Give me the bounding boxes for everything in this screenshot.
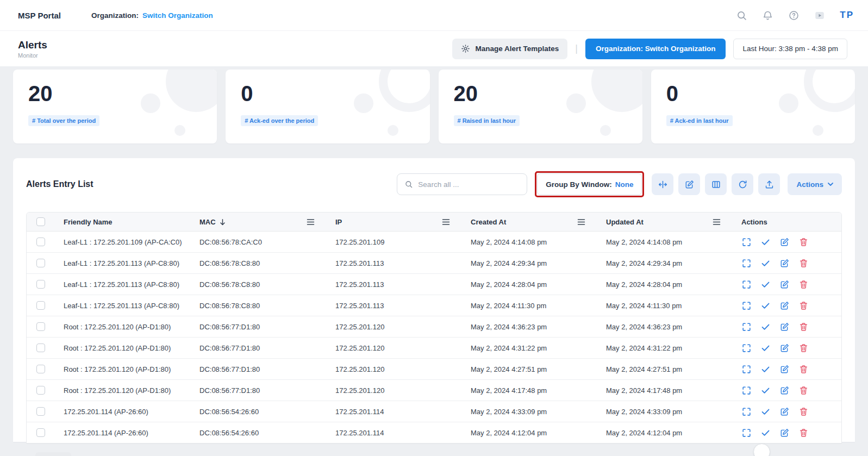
switch-organization-link[interactable]: Switch Organization	[142, 11, 213, 20]
acknowledge-alert-button[interactable]	[760, 301, 771, 311]
edit-alert-button[interactable]	[779, 237, 790, 247]
select-all-checkbox[interactable]	[36, 217, 45, 226]
row-checkbox[interactable]	[36, 301, 45, 310]
row-checkbox[interactable]	[36, 365, 45, 373]
edit-icon	[779, 407, 790, 417]
column-header-mac[interactable]: MAC	[191, 218, 327, 226]
column-menu-icon[interactable]	[577, 218, 585, 226]
row-checkbox[interactable]	[36, 407, 45, 416]
edit-icon	[779, 428, 790, 438]
expand-alert-button[interactable]	[741, 279, 752, 290]
expand-alert-button[interactable]	[741, 407, 752, 417]
delete-alert-button[interactable]	[798, 322, 809, 332]
avatar[interactable]: TP	[840, 10, 854, 21]
acknowledge-alert-button[interactable]	[760, 343, 771, 353]
help-icon[interactable]	[788, 9, 800, 21]
acknowledge-alert-button[interactable]	[760, 258, 771, 268]
cell-mac: DC:08:56:54:26:60	[191, 408, 327, 416]
expand-alert-button[interactable]	[741, 428, 752, 438]
edit-list-button[interactable]	[678, 173, 700, 195]
row-checkbox[interactable]	[36, 259, 45, 267]
export-upload-button[interactable]	[758, 173, 780, 195]
column-menu-icon[interactable]	[442, 218, 450, 226]
edit-alert-button[interactable]	[779, 385, 790, 396]
time-range-button[interactable]: Last Hour: 3:38 pm - 4:38 pm	[733, 39, 847, 59]
edit-alert-button[interactable]	[779, 343, 790, 353]
manage-alert-templates-button[interactable]: Manage Alert Templates	[452, 39, 567, 59]
floating-button-partial[interactable]	[753, 443, 770, 456]
acknowledge-alert-button[interactable]	[760, 322, 771, 332]
group-by-value: None	[615, 180, 634, 189]
bell-icon[interactable]	[761, 9, 773, 21]
acknowledge-check-icon	[760, 343, 771, 353]
acknowledge-alert-button[interactable]	[760, 407, 771, 417]
delete-alert-button[interactable]	[798, 343, 809, 353]
page-size-selector-partial[interactable]	[35, 452, 71, 456]
columns-icon	[711, 179, 721, 190]
column-menu-icon[interactable]	[713, 218, 721, 226]
row-checkbox[interactable]	[36, 238, 45, 246]
edit-alert-button[interactable]	[779, 407, 790, 417]
acknowledge-alert-button[interactable]	[760, 428, 771, 438]
search-box	[397, 173, 527, 195]
row-checkbox[interactable]	[36, 322, 45, 331]
brand-msp-portal[interactable]: MSP Portal	[18, 11, 61, 20]
acknowledge-alert-button[interactable]	[760, 364, 771, 374]
expand-alert-button[interactable]	[741, 301, 752, 311]
edit-alert-button[interactable]	[779, 428, 790, 438]
expand-columns-button[interactable]	[652, 173, 673, 195]
delete-alert-button[interactable]	[798, 301, 809, 311]
refresh-button[interactable]	[732, 173, 753, 195]
acknowledge-alert-button[interactable]	[760, 279, 771, 290]
expand-alert-button[interactable]	[741, 258, 752, 268]
expand-alert-button[interactable]	[741, 364, 752, 374]
row-checkbox[interactable]	[36, 280, 45, 289]
delete-alert-button[interactable]	[798, 407, 809, 417]
stat-value: 0	[666, 80, 840, 107]
expand-alert-button[interactable]	[741, 237, 752, 247]
actions-dropdown-button[interactable]: Actions	[788, 173, 842, 195]
delete-alert-button[interactable]	[798, 237, 809, 247]
column-menu-icon[interactable]	[307, 218, 315, 226]
column-header-created-at[interactable]: Created At	[462, 218, 597, 226]
edit-alert-button[interactable]	[779, 301, 790, 311]
group-by-window-button[interactable]: Group By Window: None	[537, 173, 642, 195]
column-label: Friendly Name	[64, 218, 113, 226]
columns-button[interactable]	[705, 173, 727, 195]
stats-row: 20 # Total over the period 0 # Ack-ed ov…	[0, 66, 868, 143]
play-tour-icon[interactable]	[814, 9, 826, 21]
row-checkbox[interactable]	[36, 343, 45, 352]
acknowledge-check-icon	[760, 407, 771, 417]
expand-alert-button[interactable]	[741, 385, 752, 396]
cell-ip: 172.25.201.113	[327, 259, 462, 267]
column-header-updated-at[interactable]: Updated At	[597, 218, 733, 226]
edit-alert-button[interactable]	[779, 258, 790, 268]
delete-alert-button[interactable]	[798, 279, 809, 290]
search-icon[interactable]	[735, 9, 747, 21]
column-header-ip[interactable]: IP	[327, 218, 462, 226]
delete-trash-icon	[798, 364, 809, 374]
delete-alert-button[interactable]	[798, 385, 809, 396]
stat-label: # Total over the period	[28, 115, 99, 126]
acknowledge-check-icon	[760, 237, 771, 247]
row-checkbox[interactable]	[36, 386, 45, 395]
edit-alert-button[interactable]	[779, 279, 790, 290]
expand-alert-button[interactable]	[741, 343, 752, 353]
column-header-friendly-name[interactable]: Friendly Name	[55, 218, 191, 226]
search-input[interactable]	[418, 180, 520, 189]
acknowledge-alert-button[interactable]	[760, 385, 771, 396]
row-checkbox[interactable]	[36, 428, 45, 437]
cell-mac: DC:08:56:78:CA:C0	[191, 238, 327, 246]
row-actions	[733, 322, 841, 332]
expand-alert-button[interactable]	[741, 322, 752, 332]
delete-alert-button[interactable]	[798, 428, 809, 438]
acknowledge-alert-button[interactable]	[760, 237, 771, 247]
organization-scope-button[interactable]: Organization: Switch Organization	[585, 39, 726, 59]
delete-alert-button[interactable]	[798, 258, 809, 268]
edit-alert-button[interactable]	[779, 322, 790, 332]
edit-alert-button[interactable]	[779, 364, 790, 374]
edit-icon	[779, 343, 790, 353]
sort-desc-icon[interactable]	[219, 218, 226, 226]
delete-alert-button[interactable]	[798, 364, 809, 374]
expand-icon	[741, 279, 752, 290]
